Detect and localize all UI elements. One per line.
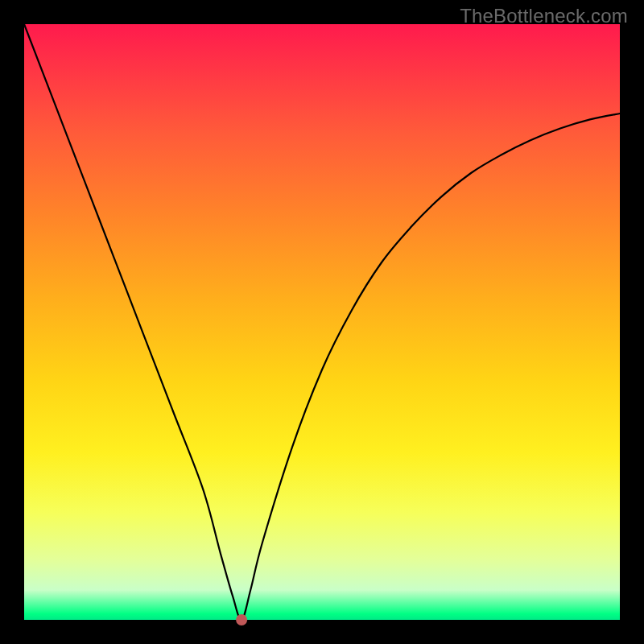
curve-path: [24, 24, 620, 620]
min-marker: [236, 614, 247, 625]
plot-area: [24, 24, 620, 620]
bottleneck-curve: [24, 24, 620, 620]
chart-frame: TheBottleneck.com: [0, 0, 644, 644]
